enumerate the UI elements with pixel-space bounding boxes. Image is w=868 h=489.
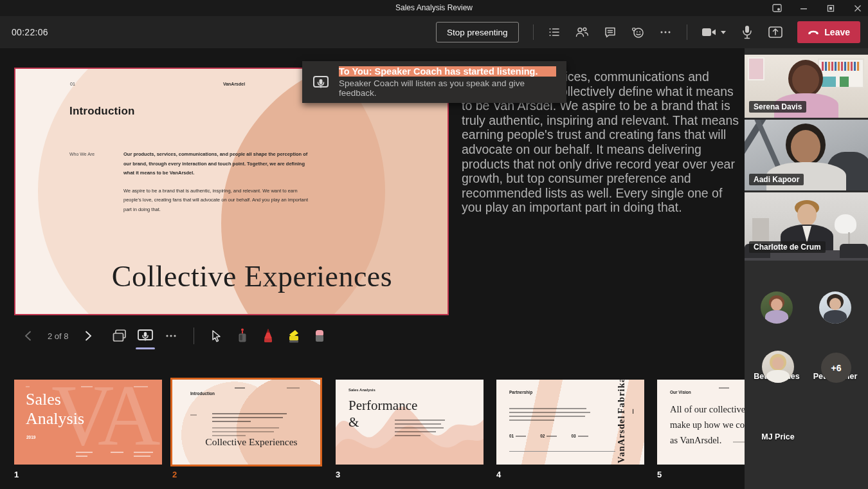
chat-icon[interactable] — [603, 24, 617, 40]
thumb-title: Performance — [348, 398, 417, 414]
reactions-icon[interactable] — [631, 24, 645, 40]
toast-title: To You: Speaker Coach has started listen… — [339, 66, 556, 77]
thumb-number: 1 — [14, 470, 19, 479]
participant-name-label: Aadi Kapoor — [749, 174, 804, 185]
meeting-toolbar: 00:22:06 Stop presenting — [0, 16, 868, 48]
title-bar: Sales Analysis Review — [0, 0, 868, 16]
speaker-coach-toggle-icon[interactable] — [137, 326, 154, 346]
desk-chair-decor — [840, 244, 868, 258]
camera-icon — [701, 26, 717, 38]
slide-thumbnail-4[interactable]: Partnership 01 02 03 VanArsdel Fabrikam … — [496, 380, 644, 465]
slide-nav-row: 2 of 8 — [19, 324, 328, 348]
thumb-text-line: make up how we co — [670, 420, 745, 430]
slide-side-label: Who We Are — [69, 152, 95, 156]
participants-panel: Serena Davis Aadi Kapoor Charlotte de Cr… — [745, 48, 868, 489]
next-slide-icon[interactable] — [80, 326, 97, 346]
camera-control[interactable] — [701, 26, 727, 38]
minimize-icon[interactable] — [799, 3, 809, 14]
previous-slide-icon[interactable] — [19, 326, 36, 346]
video-tile-aadi[interactable]: Aadi Kapoor — [745, 120, 868, 190]
participant-name-label: Serena Davis — [749, 101, 806, 113]
slide-heading: Introduction — [69, 105, 135, 118]
thumb-heading: Introduction — [190, 391, 215, 396]
thumb-title-amp: & — [348, 414, 359, 430]
laser-pointer-icon[interactable] — [234, 326, 251, 346]
avatar-beth[interactable] — [761, 291, 793, 324]
popout-icon[interactable] — [772, 3, 782, 14]
microphone-icon[interactable] — [741, 24, 754, 40]
slide-thumbnail-1[interactable]: VA Sales Analysis 2019 — [14, 380, 162, 465]
meeting-notes-icon[interactable] — [547, 24, 561, 40]
maximize-icon[interactable] — [826, 3, 836, 14]
stop-presenting-button[interactable]: Stop presenting — [436, 22, 519, 42]
share-icon[interactable] — [768, 24, 783, 40]
slide-body-paragraph: We aspire to be a brand that is authenti… — [123, 187, 311, 215]
bookshelf-decor — [818, 59, 864, 88]
thumb-title: Sales Analysis — [26, 390, 84, 429]
active-tool-underline — [136, 347, 155, 349]
thumb-number: 4 — [496, 470, 501, 479]
avatar-mj[interactable] — [762, 351, 794, 383]
thumb-rule — [509, 451, 615, 452]
video-tile-charlotte[interactable]: Charlotte de Crum — [745, 192, 868, 261]
pen-tool-icon[interactable] — [260, 326, 276, 346]
leave-label: Leave — [824, 27, 850, 37]
overflow-participants-badge[interactable]: +6 — [821, 353, 851, 383]
nav-divider — [194, 328, 194, 344]
camera-dropdown-icon[interactable] — [720, 30, 727, 35]
toolbar-divider — [533, 24, 534, 40]
speaker-coach-toast[interactable]: To You: Speaker Coach has started listen… — [302, 61, 566, 103]
thumb-heading: Partnership — [509, 390, 532, 394]
toolbar-divider — [687, 24, 687, 40]
participant-name-label: Charlotte de Crum — [749, 241, 826, 253]
hangup-icon — [808, 30, 819, 35]
thumb-numbered-items: 01 02 03 — [509, 434, 588, 438]
eraser-tool-icon[interactable] — [311, 326, 328, 346]
table-decor — [752, 218, 769, 244]
poster-decor — [748, 57, 764, 80]
toast-text: To You: Speaker Coach has started listen… — [339, 66, 556, 98]
toast-subtitle: Speaker Coach will listen as you speak a… — [339, 78, 556, 98]
cursor-tool-icon[interactable] — [208, 326, 225, 346]
participant-video-face — [791, 130, 820, 163]
teams-meeting-window: Sales Analysis Review 00:22:06 Stop pres… — [0, 0, 868, 489]
slide-title: Collective Experiences — [60, 259, 444, 293]
presentation-slide[interactable]: 01 VanArsdel Introduction Who We Are Our… — [14, 68, 449, 315]
thumb-number: 3 — [336, 470, 340, 479]
participant-video-face — [792, 65, 819, 95]
slide-brand: VanArsdel — [208, 82, 260, 86]
avatar-pete[interactable] — [819, 291, 851, 324]
leave-button[interactable]: Leave — [797, 21, 860, 43]
slide-thumbnail-3[interactable]: Sales Analysis Performance & — [336, 380, 484, 465]
chair-decor — [835, 214, 856, 234]
highlighter-tool-icon[interactable] — [285, 326, 302, 346]
close-icon[interactable] — [853, 3, 863, 14]
meeting-timer: 00:22:06 — [12, 27, 48, 37]
window-controls — [772, 0, 863, 16]
thumb-number: 2 — [172, 470, 177, 479]
slide-thumbnail-2-selected[interactable]: Introduction Collective Experiences — [172, 380, 320, 465]
thumb-heading: Sales Analysis — [348, 388, 375, 392]
video-tile-serena[interactable]: Serena Davis — [745, 55, 868, 118]
thumb-heading: Our Vision — [670, 390, 691, 394]
avatar-name: MJ Price — [743, 432, 813, 441]
nav-more-icon[interactable] — [163, 326, 179, 346]
thumb-year: 2019 — [26, 435, 35, 439]
thumb-number: 5 — [657, 470, 662, 479]
slide-body: Our products, services, communications, … — [123, 150, 311, 214]
slide-position: 2 of 8 — [45, 331, 71, 341]
thumb-text-line: All of our collective — [670, 404, 745, 415]
private-view-icon[interactable] — [111, 326, 128, 346]
participants-icon[interactable] — [575, 24, 589, 40]
window-title: Sales Analysis Review — [0, 0, 868, 16]
slide-body-paragraph: Our products, services, communications, … — [123, 150, 311, 178]
speaker-coach-icon — [312, 74, 329, 91]
more-options-icon[interactable] — [659, 24, 673, 40]
slide-page-number: 01 — [70, 82, 75, 86]
thumb-vertical-title: VanArsdel Fabrikam – — [616, 385, 638, 463]
thumb-title: Collective Experiences — [185, 436, 318, 448]
toolbar-controls: Stop presenting — [436, 21, 860, 43]
participant-video-face — [797, 204, 817, 226]
thumb-text-line: as VanArsdel. — [670, 435, 721, 446]
